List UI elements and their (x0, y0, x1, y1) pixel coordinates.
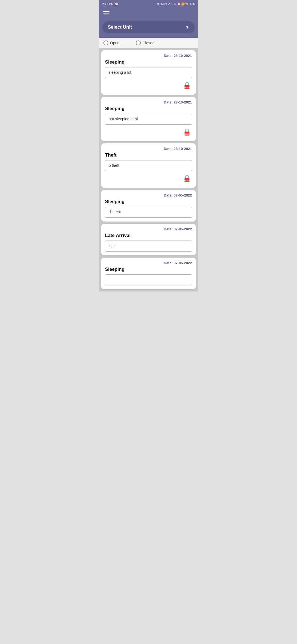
card-date: Date: 28-10-2021 (105, 147, 192, 151)
svg-text:CLOSED: CLOSED (185, 180, 190, 181)
card-content: sleeping a lot (105, 67, 192, 78)
status-right: 0.8KB/s ↗ ✦ ▭ ⏰ 📶 WiFi 85 (157, 2, 195, 6)
select-unit-dropdown[interactable]: Select Unit ▼ (102, 21, 195, 33)
closed-badge-icon: CLOSED (182, 127, 192, 137)
card-footer: CLOSED (105, 127, 192, 137)
svg-text:CLOSED: CLOSED (185, 87, 190, 88)
complaint-card: Date: 28-10-2021Theftb theft CLOSED (101, 143, 196, 188)
whatsapp-icon: 💬 (115, 2, 119, 6)
card-footer: CLOSED (105, 173, 192, 184)
speed-display: 0.8KB/s (157, 2, 167, 6)
hamburger-line-2 (103, 13, 109, 13)
cards-container: Date: 28-10-2021Sleepingsleeping a lot C… (99, 48, 198, 291)
complaint-card: Date: 07-05-2022Late Arrivallsur (101, 224, 196, 255)
card-content: diti test (105, 207, 192, 218)
card-footer: CLOSED (105, 80, 192, 91)
alarm-icon: ⏰ (177, 2, 180, 6)
card-content (105, 274, 192, 285)
complaint-card: Date: 07-05-2022Sleepingditi test (101, 190, 196, 222)
card-date: Date: 07-05-2022 (105, 261, 192, 265)
card-date: Date: 28-10-2021 (105, 100, 192, 104)
card-content: b theft (105, 160, 192, 171)
bluetooth-icon: ✦ (171, 2, 173, 6)
closed-badge-icon: CLOSED (182, 173, 192, 184)
card-title: Theft (105, 152, 192, 158)
open-filter[interactable]: Open (103, 40, 119, 45)
closed-badge-icon: CLOSED (182, 80, 192, 91)
card-date: Date: 28-10-2021 (105, 54, 192, 58)
card-content: lsur (105, 241, 192, 252)
status-bar: 2:47 PM 💬 0.8KB/s ↗ ✦ ▭ ⏰ 📶 WiFi 85 (99, 0, 198, 7)
battery-icon: ▭ (174, 2, 176, 6)
complaint-card: Date: 28-10-2021Sleepingnot sleeping at … (101, 97, 196, 141)
open-radio-button[interactable] (103, 40, 108, 45)
card-title: Sleeping (105, 199, 192, 204)
battery-level: 85 (192, 2, 195, 6)
select-unit-label: Select Unit (108, 24, 132, 30)
card-date: Date: 07-05-2022 (105, 193, 192, 197)
dropdown-arrow-icon: ▼ (185, 25, 189, 29)
card-date: Date: 07-05-2022 (105, 227, 192, 231)
signal-icon: 📶 (181, 2, 185, 6)
closed-label: Closed (142, 41, 155, 45)
card-content: not sleeping at all (105, 114, 192, 125)
complaint-card: Date: 07-05-2022Sleeping (101, 258, 196, 289)
hamburger-line-1 (103, 11, 109, 12)
select-unit-bar: Select Unit ▼ (99, 20, 198, 38)
filter-row: Open Closed (99, 38, 198, 48)
wifi-icon: WiFi (185, 2, 191, 6)
card-title: Late Arrival (105, 233, 192, 238)
app-header (99, 7, 198, 20)
svg-text:CLOSED: CLOSED (185, 133, 190, 135)
time-display: 2:47 PM (102, 2, 114, 6)
closed-filter[interactable]: Closed (136, 40, 155, 45)
card-title: Sleeping (105, 106, 192, 111)
open-label: Open (110, 41, 119, 45)
menu-button[interactable] (103, 11, 109, 15)
status-left: 2:47 PM 💬 (102, 2, 119, 6)
arrow-icon: ↗ (168, 2, 170, 6)
complaint-card: Date: 28-10-2021Sleepingsleeping a lot C… (101, 50, 196, 95)
card-title: Sleeping (105, 267, 192, 272)
closed-radio-button[interactable] (136, 40, 141, 45)
card-title: Sleeping (105, 59, 192, 65)
hamburger-line-3 (103, 15, 109, 15)
